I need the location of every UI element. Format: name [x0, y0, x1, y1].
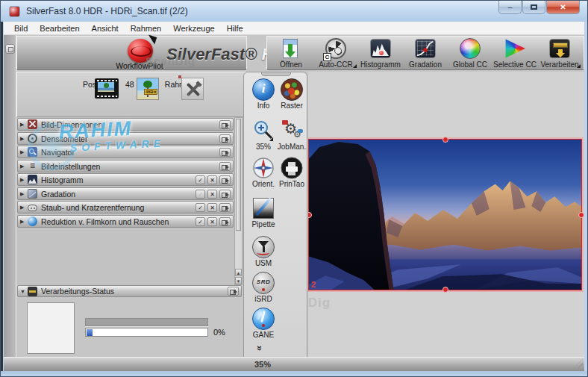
main-toolbar: Öffnen C Auto-CCR Histogramm — [266, 36, 584, 70]
expand-arrow-icon[interactable]: ▶ — [20, 122, 28, 128]
48bit-badge: 48Bit — [144, 89, 158, 95]
export-settings-icon[interactable] — [219, 203, 231, 212]
apply-button[interactable]: ✓ — [196, 217, 205, 226]
left-rail — [4, 35, 16, 371]
selective-cc-button[interactable]: Selective CC — [492, 38, 537, 69]
pipette-tool[interactable]: Pipette — [247, 197, 280, 228]
expand-arrow-icon[interactable]: ▶ — [20, 136, 28, 142]
gradation-button[interactable]: Gradation — [403, 38, 448, 69]
apply-button[interactable]: ✓ — [196, 190, 205, 199]
panel-label: Staub- und Kratzerentfernung — [41, 203, 196, 212]
tool-label: Raster — [281, 102, 302, 110]
gane-tool[interactable]: GANE — [247, 308, 280, 339]
auto-ccr-button[interactable]: C Auto-CCR — [313, 38, 358, 69]
preview-canvas[interactable]: ScanDig — [308, 72, 584, 358]
panel-header-histogramm[interactable]: ▶ Histogramm ✓ ✕ — [17, 173, 234, 186]
expand-arrow-icon[interactable]: ▶ — [20, 177, 28, 183]
frame-handle-right[interactable] — [578, 212, 584, 218]
usm-tool[interactable]: USM — [247, 236, 280, 267]
rahmen-button[interactable]: Rahmen — [165, 75, 195, 89]
panel-header-gradation[interactable]: ▶ Gradation ✓ ✕ — [17, 187, 234, 200]
open-button[interactable]: Öffnen — [269, 38, 313, 69]
histogram-button[interactable]: Histogramm — [358, 38, 403, 69]
expand-arrow-icon[interactable]: ▶ — [20, 191, 28, 197]
isrd-tool[interactable]: SRD iSRD — [247, 272, 280, 303]
panel-scrollbar[interactable]: ▲ ▼ — [234, 117, 243, 285]
apply-button[interactable]: ✓ — [196, 175, 205, 184]
raster-tool[interactable]: Raster — [275, 78, 308, 110]
window-bottom-border — [1, 371, 587, 376]
tool-label: GANE — [253, 331, 274, 339]
jobmanager-tool[interactable]: ⚙ ⚙ JobMan. — [275, 119, 308, 151]
toolbar-label: Auto-CCR — [319, 60, 353, 69]
menu-rahmen[interactable]: Rahmen — [125, 24, 168, 33]
printao-tool[interactable]: PrinTao — [275, 157, 308, 188]
panel-header-verarbeitungs-status[interactable]: ▼ Verarbeitungs-Status — [17, 285, 242, 297]
panel-header-filmkorn-rauschen[interactable]: ▶ Reduktion v. Filmkorn und Rauschen ✓ ✕ — [17, 215, 234, 228]
total-progress-bar — [85, 318, 208, 326]
export-settings-icon[interactable] — [228, 287, 239, 296]
frame-handle-top[interactable] — [442, 137, 448, 143]
submenu-indicator-icon — [577, 64, 581, 68]
panel-header-navigator[interactable]: ▶ Navigator — [17, 146, 234, 158]
export-settings-icon[interactable] — [219, 175, 231, 184]
close-button[interactable]: ✕ — [546, 1, 580, 14]
frame-handle-bottom[interactable] — [442, 287, 448, 293]
export-settings-icon[interactable] — [219, 148, 231, 157]
export-settings-icon[interactable] — [219, 134, 231, 143]
export-settings-icon[interactable] — [219, 217, 231, 226]
export-settings-icon[interactable] — [219, 162, 231, 171]
reset-button[interactable]: ✕ — [207, 203, 217, 212]
resize-grip[interactable] — [572, 359, 583, 370]
export-settings-icon[interactable] — [219, 190, 231, 199]
mode-bar: Positiv 48Bit 48 Bit Rahmen — [16, 72, 247, 117]
global-cc-button[interactable]: Global CC — [448, 38, 492, 69]
isrd-icon: SRD — [252, 272, 275, 294]
panel-header-staub-kratzer[interactable]: ▶ Staub- und Kratzerentfernung ✓ ✕ — [17, 201, 234, 214]
menu-bearbeiten[interactable]: Bearbeiten — [34, 24, 85, 33]
tool-label: USM — [255, 259, 272, 267]
panel-header-densitometer[interactable]: ▶ Densitometer — [17, 132, 234, 145]
scan-frame[interactable]: 2 — [308, 139, 582, 290]
scroll-down-icon[interactable]: ▼ — [235, 277, 242, 284]
export-settings-icon[interactable] — [219, 120, 231, 129]
menu-werkzeuge[interactable]: Werkzeuge — [167, 24, 220, 33]
tool-label: Orient. — [252, 180, 275, 188]
menu-bild[interactable]: Bild — [8, 24, 34, 33]
panel-header-bildeinstellungen[interactable]: ▶ ≡ Bildeinstellungen — [17, 160, 234, 172]
reset-button[interactable]: ✕ — [207, 190, 217, 199]
scroll-up-icon[interactable]: ▲ — [235, 269, 242, 276]
minimize-button[interactable]: – — [498, 1, 522, 14]
process-button[interactable]: Verarbeiten — [537, 38, 582, 69]
maximize-button[interactable] — [522, 1, 545, 14]
panel-toggle-button[interactable] — [5, 44, 15, 54]
expand-arrow-icon[interactable]: ▶ — [20, 219, 28, 225]
gears-icon: ⚙ ⚙ — [281, 119, 303, 142]
menu-hilfe[interactable]: Hilfe — [221, 24, 249, 33]
menu-ansicht[interactable]: Ansicht — [86, 24, 125, 33]
titlebar[interactable]: SilverFast 8.0 HDR - HDRi_Scan.tif (2/2)… — [1, 1, 587, 22]
scrollbar-thumb[interactable] — [236, 119, 241, 231]
reset-button[interactable]: ✕ — [207, 175, 217, 184]
processing-status-body: 0% — [17, 298, 242, 358]
apply-button[interactable]: ✓ — [196, 203, 205, 212]
histogram-icon — [369, 38, 392, 60]
positiv-button[interactable]: Positiv — [83, 75, 106, 89]
raster-icon — [281, 78, 303, 101]
collapse-arrow-icon[interactable]: ▼ — [20, 289, 28, 294]
progress-fill — [87, 329, 93, 336]
expand-arrow-icon[interactable]: ▶ — [20, 149, 28, 155]
submenu-indicator-icon — [269, 137, 273, 141]
bitdepth-button[interactable]: 48Bit 48 Bit — [125, 75, 146, 89]
frame-handle-left[interactable] — [308, 212, 312, 218]
expand-arrow-icon[interactable]: ▶ — [20, 205, 28, 211]
printer-icon — [281, 157, 303, 179]
more-tools-chevron-icon[interactable]: « — [253, 346, 264, 351]
reset-button[interactable]: ✕ — [207, 217, 217, 226]
palette-grip[interactable] — [261, 72, 291, 76]
toolbar-label: Global CC — [453, 60, 487, 69]
expand-arrow-icon[interactable]: ▶ — [20, 163, 28, 169]
gane-mini-icon — [28, 216, 37, 226]
magnifier-icon — [252, 119, 275, 142]
panel-header-bild-dimensionen[interactable]: ▶ Bild-Dimensionen — [17, 118, 234, 131]
